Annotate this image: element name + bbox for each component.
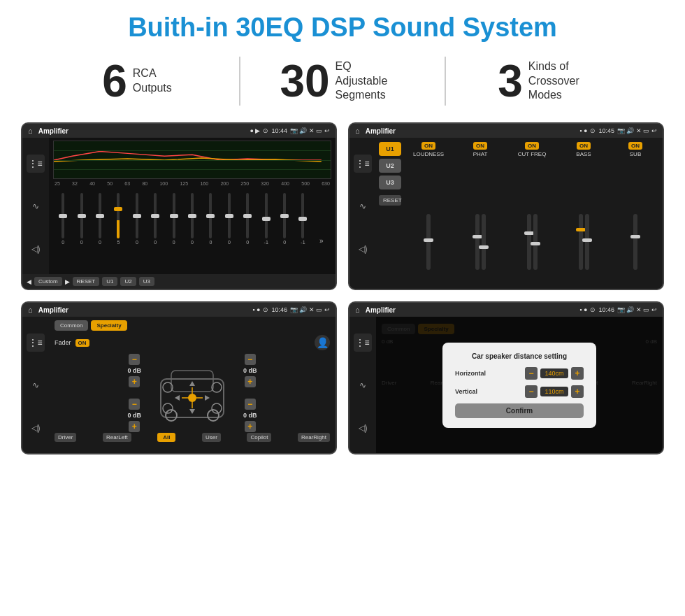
dialog-vertical-plus[interactable]: + [571, 385, 584, 398]
fader-rearright-btn[interactable]: RearRight [298, 433, 330, 442]
eq-u1-btn[interactable]: U1 [102, 277, 117, 286]
svg-marker-11 [189, 381, 195, 386]
eq-u3-btn[interactable]: U3 [139, 277, 154, 286]
eq-prev-btn[interactable]: ◀ [27, 278, 31, 285]
dist-speaker-icon[interactable]: ◁) [354, 419, 372, 437]
fader-plus-rl[interactable]: + [129, 421, 140, 432]
fader-left-vols: − 0 dB + − 0 dB + [127, 354, 141, 432]
dist-filter-icon[interactable]: ⋮≡ [354, 334, 372, 352]
dist-sidebar: ⋮≡ ∿ ◁) [349, 317, 376, 453]
dialog-horizontal-row: Horizontal − 140cm + [455, 367, 584, 380]
eq-slider-11[interactable]: -1 [257, 193, 274, 245]
stat-label-rca: RCA Outputs [133, 66, 172, 96]
eq-slider-13[interactable]: -1 [294, 193, 311, 245]
fader-wave-icon[interactable]: ∿ [27, 376, 45, 394]
svg-marker-14 [205, 395, 210, 401]
fader-rearleft-btn[interactable]: RearLeft [103, 433, 131, 442]
eq-slider-6[interactable]: 0 [165, 193, 182, 245]
dot-icons-4: ▪ ● [579, 306, 587, 313]
eq-slider-10[interactable]: 0 [239, 193, 256, 245]
eq-more-icon[interactable]: » [313, 237, 330, 245]
screen4-icons: 📷 🔊 ✕ ▭ ↩ [617, 306, 657, 313]
home-icon-1: ⌂ [28, 127, 33, 135]
fader-tab-common[interactable]: Common [55, 320, 88, 331]
screen1-time: 10:44 [271, 127, 287, 134]
fader-main: Common Specialty Fader ON 👤 − 0 dB + [49, 317, 336, 453]
fader-on-badge[interactable]: ON [75, 339, 89, 347]
dialog-horizontal-plus[interactable]: + [571, 367, 584, 380]
fader-db-rr: 0 dB [243, 412, 257, 419]
stat-eq: 30 EQ Adjustable Segments [247, 59, 438, 103]
dot-icons-1: ● ▶ [250, 127, 261, 134]
eq-slider-4[interactable]: 0 [129, 193, 145, 245]
eq-controls-bar: ◀ Custom ▶ RESET U1 U2 U3 [22, 274, 336, 289]
u1-button[interactable]: U1 [379, 142, 401, 156]
fader-minus-fl[interactable]: − [129, 354, 140, 365]
eq-slider-8[interactable]: 0 [202, 193, 219, 245]
home-icon-2: ⌂ [355, 127, 360, 135]
eq-sliders-row: 0 0 0 5 0 0 0 0 0 0 0 -1 0 -1 » [53, 189, 331, 245]
ch-on-sub: ON [628, 142, 642, 150]
fader-minus-rr[interactable]: − [245, 399, 256, 410]
eq-slider-9[interactable]: 0 [221, 193, 238, 245]
stat-crossover: 3 Kinds of Crossover Modes [453, 59, 643, 103]
eq-u2-btn[interactable]: U2 [120, 277, 136, 286]
dist-body: ⋮≡ ∿ ◁) Common Specialty 0 dB 0 dB Dr [349, 317, 663, 453]
ch-loudness: ON LOUDNESS [404, 142, 453, 270]
amp-body: ⋮≡ ∿ ◁) U1 U2 U3 RESET ON LOUDNESS [349, 138, 663, 274]
stat-divider-2 [445, 57, 446, 106]
svg-marker-12 [189, 409, 195, 414]
dialog-horizontal-minus[interactable]: − [525, 367, 538, 380]
fader-vol-rl: − 0 dB + [127, 399, 141, 432]
dialog-vertical-value: 110cm [540, 387, 568, 396]
eq-reset-btn[interactable]: RESET [73, 277, 100, 286]
eq-slider-12[interactable]: 0 [276, 193, 293, 245]
eq-slider-2[interactable]: 0 [92, 193, 108, 245]
fader-plus-fl[interactable]: + [129, 376, 140, 387]
ch-phat: ON PHAT [456, 142, 505, 270]
eq-slider-0[interactable]: 0 [55, 193, 71, 245]
confirm-button[interactable]: Confirm [455, 403, 584, 418]
fader-all-btn[interactable]: All [157, 433, 175, 442]
u3-button[interactable]: U3 [379, 176, 401, 189]
fader-label: Fader [55, 339, 71, 346]
eq-play-btn[interactable]: ▶ [65, 278, 70, 285]
fader-user-icon[interactable]: 👤 [315, 335, 330, 350]
fader-plus-rr[interactable]: + [245, 421, 256, 432]
fader-body: ⋮≡ ∿ ◁) Common Specialty Fader ON 👤 [22, 317, 336, 453]
eq-slider-7[interactable]: 0 [184, 193, 201, 245]
eq-speaker-icon[interactable]: ◁) [27, 240, 45, 258]
eq-slider-5[interactable]: 0 [147, 193, 164, 245]
status-bar-1: ⌂ Amplifier ● ▶ ⊙ 10:44 📷 🔊 ✕ ▭ ↩ [22, 124, 336, 138]
amp-reset-btn[interactable]: RESET [379, 195, 401, 206]
fader-filter-icon[interactable]: ⋮≡ [27, 334, 45, 352]
amp-filter-icon[interactable]: ⋮≡ [354, 155, 372, 173]
fader-db-rl: 0 dB [127, 412, 141, 419]
dialog-vertical-minus[interactable]: − [525, 385, 538, 398]
screen3-icons: 📷 🔊 ✕ ▭ ↩ [290, 306, 330, 313]
eq-filter-icon[interactable]: ⋮≡ [27, 155, 45, 173]
fader-tab-specialty[interactable]: Specialty [91, 320, 127, 331]
eq-custom-btn[interactable]: Custom [34, 277, 62, 286]
page-title: Buith-in 30EQ DSP Sound System [0, 0, 685, 50]
u2-button[interactable]: U2 [379, 159, 401, 173]
eq-slider-1[interactable]: 0 [73, 193, 89, 245]
fader-user-btn[interactable]: User [202, 433, 221, 442]
eq-wave-icon[interactable]: ∿ [27, 197, 45, 215]
amp-wave-icon[interactable]: ∿ [354, 197, 372, 215]
ch-cutfreq: ON CUT FREQ [507, 142, 556, 270]
dot-icons-2: ▪ ● [579, 127, 587, 134]
fader-minus-rl[interactable]: − [129, 399, 140, 410]
fader-copilot-btn[interactable]: Copilot [247, 433, 271, 442]
fader-minus-fr[interactable]: − [245, 354, 256, 365]
ch-name-phat: PHAT [473, 151, 488, 157]
dist-wave-icon[interactable]: ∿ [354, 376, 372, 394]
eq-sidebar: ⋮≡ ∿ ◁) [22, 138, 49, 274]
fader-plus-fr[interactable]: + [245, 376, 256, 387]
dialog-horizontal-value: 140cm [540, 368, 568, 378]
amp-speaker-icon[interactable]: ◁) [354, 240, 372, 258]
eq-slider-3[interactable]: 5 [110, 193, 127, 245]
fader-speaker-icon[interactable]: ◁) [27, 419, 45, 437]
screen1-title: Amplifier [38, 127, 247, 135]
fader-driver-btn[interactable]: Driver [55, 433, 76, 442]
